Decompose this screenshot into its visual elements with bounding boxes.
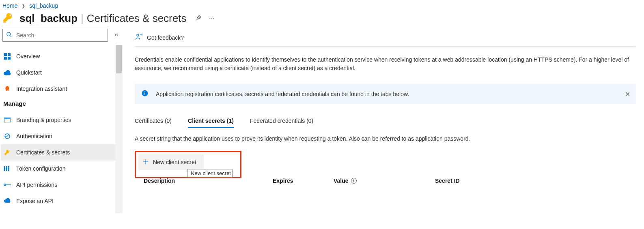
sidebar-item-api-permissions[interactable]: API permissions [1, 177, 123, 193]
sidebar-item-certificates-secrets[interactable]: Certificates & secrets [1, 144, 123, 161]
info-circle-icon[interactable]: i [351, 178, 357, 184]
chevron-right-icon: ❯ [22, 3, 25, 9]
svg-rect-11 [8, 166, 9, 171]
info-banner: Application registration certificates, s… [135, 84, 636, 104]
svg-rect-3 [8, 53, 11, 56]
tab-federated-credentials[interactable]: Federated credentials (0) [250, 115, 313, 128]
page-title-row: sql_backup | Certificates & secrets ⋯ [0, 11, 644, 29]
breadcrumb: Home ❯ sql_backup [0, 0, 644, 11]
svg-point-12 [4, 184, 6, 186]
grid-icon [3, 52, 11, 60]
plus-icon [142, 158, 149, 166]
sidebar: Overview Quickstart Integration assistan… [0, 29, 123, 213]
sidebar-item-label: API permissions [16, 182, 57, 188]
info-icon [141, 90, 149, 98]
intro-text: Credentials enable confidential applicat… [135, 56, 634, 73]
banner-text: Application registration certificates, s… [156, 91, 409, 97]
sidebar-item-label: Certificates & secrets [16, 149, 70, 156]
new-client-secret-button[interactable]: New client secret [138, 154, 204, 170]
branding-icon [3, 116, 11, 124]
svg-point-0 [7, 32, 11, 36]
sidebar-heading-manage: Manage [1, 97, 123, 109]
search-input[interactable] [15, 32, 104, 39]
svg-line-1 [10, 35, 11, 37]
svg-rect-4 [4, 57, 7, 60]
cloud-icon [3, 68, 11, 77]
key-icon [3, 148, 11, 156]
sidebar-item-overview[interactable]: Overview [1, 48, 123, 64]
expose-icon [3, 197, 11, 205]
collapse-sidebar-icon[interactable] [114, 32, 119, 39]
sidebar-item-quickstart[interactable]: Quickstart [1, 64, 123, 81]
svg-point-17 [144, 91, 145, 92]
sidebar-item-label: Branding & properties [16, 117, 71, 123]
column-value-label: Value [334, 178, 349, 184]
close-icon[interactable]: ✕ [625, 90, 630, 98]
main-content: Got feedback? Credentials enable confide… [123, 29, 644, 213]
svg-rect-16 [144, 93, 145, 95]
breadcrumb-current[interactable]: sql_backup [29, 2, 58, 9]
feedback-icon [135, 33, 143, 42]
title-app-name: sql_backup [19, 12, 78, 25]
sidebar-scrollbar[interactable] [115, 45, 123, 213]
svg-rect-6 [4, 118, 11, 122]
tabs: Certificates (0) Client secrets (1) Fede… [135, 115, 636, 128]
sidebar-item-label: Token configuration [16, 165, 65, 172]
column-expires: Expires [273, 178, 334, 186]
sidebar-item-label: Integration assistant [16, 86, 67, 92]
more-icon[interactable]: ⋯ [209, 15, 215, 22]
column-value: Value i [334, 178, 435, 186]
sidebar-item-branding[interactable]: Branding & properties [1, 112, 123, 128]
sidebar-manage-section: Branding & properties Authentication Cer… [1, 109, 123, 209]
feedback-bar[interactable]: Got feedback? [135, 29, 636, 47]
title-page-name: Certificates & secrets [87, 12, 187, 25]
tab-certificates[interactable]: Certificates (0) [135, 115, 172, 128]
svg-rect-10 [6, 166, 7, 171]
breadcrumb-home[interactable]: Home [2, 2, 17, 9]
sidebar-item-label: Quickstart [16, 69, 42, 76]
svg-rect-2 [4, 53, 7, 56]
svg-rect-9 [4, 166, 5, 171]
sidebar-top-section: Overview Quickstart Integration assistan… [1, 46, 123, 97]
feedback-label: Got feedback? [147, 34, 184, 41]
page-title: sql_backup | Certificates & secrets [19, 12, 186, 25]
new-client-secret-label: New client secret [153, 159, 196, 165]
search-icon [6, 32, 12, 39]
highlight-box: New client secret New client secret [135, 151, 241, 178]
sidebar-item-integration-assistant[interactable]: Integration assistant [1, 81, 123, 97]
svg-point-14 [137, 34, 139, 36]
rocket-icon [3, 85, 11, 93]
token-icon [3, 165, 11, 173]
search-box[interactable] [2, 29, 108, 42]
auth-icon [3, 132, 11, 140]
sidebar-item-authentication[interactable]: Authentication [1, 128, 123, 144]
column-description: Description [135, 178, 273, 186]
sidebar-item-token-configuration[interactable]: Token configuration [1, 161, 123, 177]
sidebar-item-expose-api[interactable]: Expose an API [1, 193, 123, 209]
api-icon [3, 181, 11, 189]
tab-client-secrets[interactable]: Client secrets (1) [188, 115, 234, 128]
svg-rect-5 [8, 57, 11, 60]
sidebar-scrollbar-thumb[interactable] [116, 45, 122, 73]
sidebar-item-label: Overview [16, 53, 40, 60]
tab-description: A secret string that the application use… [135, 135, 636, 142]
column-secret-id: Secret ID [435, 178, 536, 186]
sidebar-item-label: Authentication [16, 133, 52, 139]
title-separator: | [81, 12, 84, 25]
key-icon [2, 12, 14, 25]
sidebar-item-label: Expose an API [16, 198, 54, 204]
tooltip: New client secret [187, 169, 233, 178]
pin-icon[interactable] [195, 15, 202, 22]
